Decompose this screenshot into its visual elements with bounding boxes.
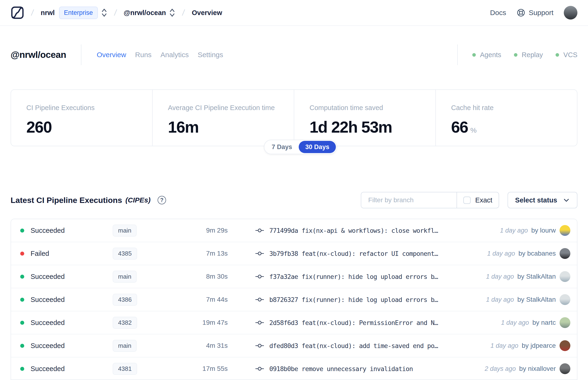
user-avatar[interactable] xyxy=(564,6,577,19)
branch-badge[interactable]: 4381 xyxy=(113,363,137,375)
row-meta: 1 day ago by jdpearce xyxy=(490,342,556,349)
stat-value: 260 xyxy=(26,118,152,136)
branch-column: 4382 xyxy=(110,317,180,329)
commit-message: feat(nx-cloud): refactor UI component… xyxy=(302,250,438,257)
range-option[interactable]: 30 Days xyxy=(299,141,336,153)
tab-runs[interactable]: Runs xyxy=(135,51,152,59)
commit-message: feat(nx-cloud): add time-saved end po… xyxy=(302,342,438,349)
cipe-row[interactable]: Failed 4385 7m 13s 3b79fb38 feat(nx-clou… xyxy=(11,242,577,265)
author-avatar[interactable] xyxy=(560,271,570,282)
time-ago: 1 day ago xyxy=(487,250,515,257)
header-divider xyxy=(81,44,81,65)
commit-hash: f37a32ae xyxy=(269,273,298,280)
workspace-selector-icon[interactable] xyxy=(166,8,175,18)
git-commit-icon xyxy=(255,251,264,256)
cipe-row[interactable]: Succeeded main 8m 30s f37a32ae fix(runne… xyxy=(11,265,577,288)
stat-label: Average CI Pipeline Execution time xyxy=(168,104,294,112)
branch-badge[interactable]: main xyxy=(113,271,137,283)
stat-card-average-execution-time: Average CI Pipeline Execution time 16m xyxy=(152,90,294,146)
help-icon[interactable]: ? xyxy=(158,196,166,204)
author-avatar[interactable] xyxy=(560,294,570,305)
commit-hash: 771499da xyxy=(269,227,298,234)
cipe-table: Succeeded main 9m 29s 771499da fix(nx-ap… xyxy=(11,219,577,380)
cipe-row[interactable]: Succeeded 4381 17m 55s 0918b0be remove u… xyxy=(11,358,577,380)
author: by StalkAltan xyxy=(517,296,556,303)
time-ago: 1 day ago xyxy=(486,296,514,303)
cipe-row[interactable]: Succeeded 4386 7m 44s b8726327 fix(runne… xyxy=(11,288,577,311)
commit-text[interactable]: 771499da fix(nx-api & workflows): close … xyxy=(269,227,495,234)
breadcrumb-org[interactable]: nrwl xyxy=(41,9,55,17)
author: by StalkAltan xyxy=(517,273,556,280)
exact-checkbox[interactable] xyxy=(463,197,471,204)
tab-overview[interactable]: Overview xyxy=(97,51,126,59)
commit-text[interactable]: f37a32ae fix(runner): hide log upload er… xyxy=(269,273,481,280)
cipe-row[interactable]: Succeeded 4382 19m 47s 2d58f6d3 feat(nx-… xyxy=(11,311,577,334)
breadcrumb-separator: / xyxy=(114,8,117,18)
git-commit-icon xyxy=(255,366,264,371)
nx-cloud-logo-icon[interactable] xyxy=(11,6,24,19)
branch-column: 4385 xyxy=(110,247,180,260)
branch-filter-input[interactable] xyxy=(361,192,456,208)
exact-match-control: Exact xyxy=(456,192,499,208)
commit-text[interactable]: b8726327 fix(runner): hide log upload er… xyxy=(269,296,481,303)
range-option[interactable]: 7 Days xyxy=(265,141,299,153)
status-label: Succeeded xyxy=(31,319,110,327)
stat-card-computation-time-saved: Computation time saved 1d 22h 53m xyxy=(294,90,435,146)
author: by lourw xyxy=(531,227,556,234)
commit-text[interactable]: 0918b0be remove unnecessary invalidation xyxy=(269,365,480,373)
tab-settings[interactable]: Settings xyxy=(198,51,223,59)
stat-card-cache-hit-rate: Cache hit rate 66% xyxy=(435,90,577,146)
duration: 9m 29s xyxy=(180,227,228,234)
author-avatar[interactable] xyxy=(560,317,570,328)
branch-badge[interactable]: 4386 xyxy=(113,294,137,306)
status-label: Succeeded xyxy=(31,296,110,304)
row-meta: 1 day ago by bcabanes xyxy=(487,250,556,257)
support-link[interactable]: Support xyxy=(516,8,553,17)
branch-badge[interactable]: 4385 xyxy=(113,247,137,260)
commit-text[interactable]: 2d58f6d3 feat(nx-cloud): PermissionError… xyxy=(269,319,496,326)
branch-badge[interactable]: 4382 xyxy=(113,317,137,329)
commit-hash: 2d58f6d3 xyxy=(269,319,298,326)
commit-text[interactable]: 3b79fb38 feat(nx-cloud): refactor UI com… xyxy=(269,250,482,257)
service-vcs[interactable]: VCS xyxy=(555,51,577,59)
cipes-section-header: Latest CI Pipeline Executions (CIPEs) ? … xyxy=(11,191,577,209)
section-title-suffix: (CIPEs) xyxy=(125,196,151,204)
branch-column: main xyxy=(110,340,180,352)
status-label: Succeeded xyxy=(31,227,110,234)
cipe-row[interactable]: Succeeded main 9m 29s 771499da fix(nx-ap… xyxy=(11,219,577,242)
git-commit-icon xyxy=(255,228,264,233)
service-agents[interactable]: Agents xyxy=(472,51,501,59)
top-nav: / nrwl Enterprise / @nrwl/ocean / Overvi… xyxy=(0,0,588,26)
status-online-icon xyxy=(472,53,476,57)
author-avatar[interactable] xyxy=(560,248,570,259)
author-avatar[interactable] xyxy=(560,363,570,374)
breadcrumb-workspace[interactable]: @nrwl/ocean xyxy=(124,9,166,17)
tab-analytics[interactable]: Analytics xyxy=(160,51,189,59)
author-avatar[interactable] xyxy=(560,340,570,351)
author-avatar[interactable] xyxy=(560,225,570,236)
cipe-row[interactable]: Succeeded main 4m 31s dfed80d3 feat(nx-c… xyxy=(11,334,577,358)
status-label: Succeeded xyxy=(31,365,110,373)
commit-text[interactable]: dfed80d3 feat(nx-cloud): add time-saved … xyxy=(269,342,486,349)
branch-column: main xyxy=(110,271,180,283)
duration: 7m 13s xyxy=(180,250,228,257)
branch-badge[interactable]: main xyxy=(113,340,137,352)
stat-card-ci-pipeline-executions: CI Pipeline Executions 260 xyxy=(11,90,152,146)
commit-hash: 3b79fb38 xyxy=(269,250,298,257)
commit-message: fix(runner): hide log upload errors b… xyxy=(302,296,438,303)
time-ago: 1 day ago xyxy=(500,227,528,234)
section-title: Latest CI Pipeline Executions xyxy=(11,196,122,205)
status-dot-icon xyxy=(20,298,24,302)
status-dot-icon xyxy=(20,275,24,279)
select-status-dropdown[interactable]: Select status xyxy=(508,192,577,208)
workspace-tabs: Overview Runs Analytics Settings xyxy=(97,51,223,59)
branch-badge[interactable]: main xyxy=(113,225,137,237)
row-meta: 1 day ago by lourw xyxy=(500,227,556,234)
service-replay[interactable]: Replay xyxy=(514,51,543,59)
docs-link[interactable]: Docs xyxy=(490,9,506,17)
row-meta: 1 day ago by StalkAltan xyxy=(486,296,556,303)
org-selector-icon[interactable] xyxy=(98,8,107,18)
status-dot-icon xyxy=(20,228,24,232)
service-label: VCS xyxy=(563,51,577,59)
commit-message: remove unnecessary invalidation xyxy=(302,365,413,373)
